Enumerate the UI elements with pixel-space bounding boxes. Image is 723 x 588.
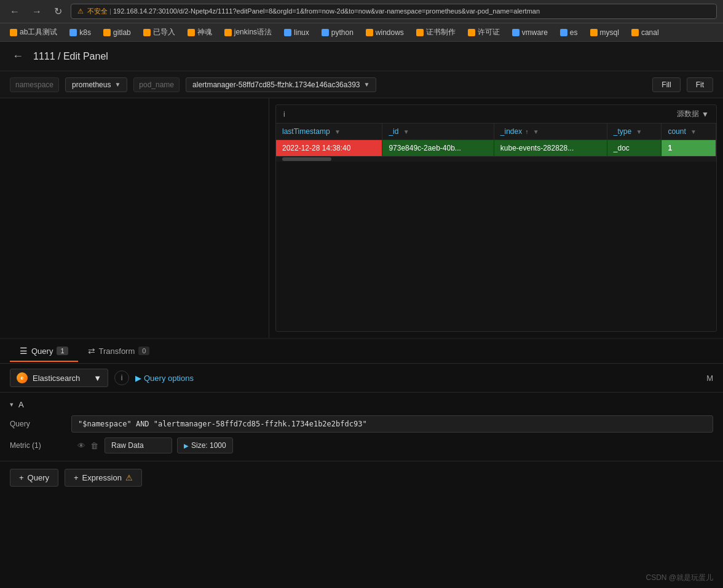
fit-button[interactable]: Fit bbox=[687, 77, 713, 92]
bookmark-linux[interactable]: linux bbox=[279, 27, 314, 38]
bookmark-icon bbox=[284, 29, 291, 36]
query-tabs: ☰ Query 1 ⇄ Transform 0 bbox=[0, 339, 723, 364]
add-expression-label: Expression bbox=[82, 473, 122, 482]
address-bar[interactable]: ⚠ 不安全 | 192.168.14.27:30100/d/2-Npetp4z/… bbox=[71, 4, 717, 19]
viz-letter: i bbox=[283, 110, 285, 119]
tab-query[interactable]: ☰ Query 1 bbox=[10, 341, 78, 362]
browser-toolbar: ← → ↻ ⚠ 不安全 | 192.168.14.27:30100/d/2-Np… bbox=[0, 0, 723, 23]
filter-icon: ▼ bbox=[690, 128, 697, 135]
bookmark-license[interactable]: 许可证 bbox=[463, 26, 505, 39]
bookmark-label: windows bbox=[376, 28, 404, 37]
bookmark-es[interactable]: es bbox=[555, 27, 583, 38]
bookmarks-bar: ab工具测试 k8s gitlab 已导入 神魂 jenkins语法 linux… bbox=[0, 23, 723, 42]
query-options-label: Query options bbox=[144, 374, 194, 383]
bookmark-label: mysql bbox=[600, 28, 619, 37]
namespace-chevron-icon: ▼ bbox=[114, 81, 120, 88]
bookmark-shenhun[interactable]: 神魂 bbox=[183, 26, 217, 39]
filter-icon: ▼ bbox=[636, 128, 642, 135]
col-timestamp[interactable]: lastTimestamp ▼ bbox=[276, 123, 382, 140]
bookmark-ab[interactable]: ab工具测试 bbox=[5, 26, 62, 39]
bookmark-icon bbox=[416, 29, 424, 36]
size-button[interactable]: ▶ Size: 1000 bbox=[177, 437, 233, 453]
datasource-select[interactable]: e Elasticsearch ▼ bbox=[10, 369, 108, 387]
back-button[interactable]: ← bbox=[6, 5, 23, 18]
info-button[interactable]: i bbox=[114, 370, 129, 385]
bookmark-windows[interactable]: windows bbox=[361, 27, 409, 38]
pod-name-value: alertmanager-58ffd7cd85-ffzhk.1734e146ac… bbox=[192, 80, 360, 89]
pod-name-label: pod_name bbox=[133, 77, 180, 92]
bookmark-icon bbox=[69, 29, 77, 36]
bookmark-cert[interactable]: 证书制作 bbox=[411, 26, 460, 39]
tab-transform[interactable]: ⇄ Transform 0 bbox=[78, 341, 160, 362]
metric-type-select[interactable]: Raw Data bbox=[105, 437, 172, 453]
fill-button[interactable]: Fill bbox=[652, 77, 680, 92]
bookmark-canal[interactable]: canal bbox=[626, 27, 664, 38]
bookmark-label: es bbox=[570, 28, 578, 37]
filter-icon: ▼ bbox=[403, 128, 409, 135]
address-text: 不安全 | 192.168.14.27:30100/d/2-Npetp4z/11… bbox=[87, 7, 540, 16]
bookmark-vmware[interactable]: vmware bbox=[507, 27, 553, 38]
scrollbar-thumb bbox=[282, 157, 331, 161]
query-input[interactable] bbox=[71, 415, 713, 433]
query-tab-badge: 1 bbox=[57, 347, 68, 355]
source-chevron-icon: ▼ bbox=[701, 110, 709, 119]
add-query-plus-icon: + bbox=[19, 473, 24, 482]
bookmark-label: jenkins语法 bbox=[234, 27, 272, 37]
refresh-button[interactable]: ↻ bbox=[50, 4, 66, 18]
page-title: 1111 / Edit Panel bbox=[33, 51, 108, 62]
col-type[interactable]: _type ▼ bbox=[607, 123, 662, 140]
metric-delete-button[interactable]: 🗑 bbox=[89, 440, 100, 452]
query-row: Query bbox=[10, 415, 713, 433]
bookmark-icon bbox=[512, 29, 520, 36]
bookmark-k8s[interactable]: k8s bbox=[65, 27, 96, 38]
filter-icon: ▼ bbox=[533, 128, 539, 135]
col-count[interactable]: count ▼ bbox=[662, 123, 716, 140]
table-scrollbar[interactable] bbox=[276, 157, 716, 162]
footer-text: CSDN @就是玩蛋儿 bbox=[646, 573, 713, 582]
metric-type-label: Raw Data bbox=[111, 441, 144, 450]
section-id-label: A bbox=[18, 400, 24, 409]
bookmark-label: vmware bbox=[522, 28, 548, 37]
bookmark-label: 证书制作 bbox=[426, 27, 456, 37]
add-expression-button[interactable]: + Expression ⚠ bbox=[65, 469, 142, 487]
section-header: ▾ A bbox=[10, 400, 713, 409]
bookmark-mysql[interactable]: mysql bbox=[585, 27, 624, 38]
pod-name-dropdown[interactable]: alertmanager-58ffd7cd85-ffzhk.1734e146ac… bbox=[186, 77, 376, 92]
bookmark-label: 神魂 bbox=[197, 27, 212, 37]
back-button[interactable]: ← bbox=[10, 47, 26, 65]
bookmark-label: k8s bbox=[79, 28, 91, 37]
cell-id: 973e849c-2aeb-40b... bbox=[382, 140, 494, 157]
sort-asc-icon: ↑ bbox=[526, 128, 529, 135]
query-section-a: ▾ A Query Metric (1) 👁 🗑 Raw Data ▶ Size… bbox=[0, 393, 723, 461]
pod-name-chevron-icon: ▼ bbox=[363, 81, 369, 88]
bookmark-icon bbox=[468, 29, 475, 36]
viz-source-button[interactable]: 源数据 ▼ bbox=[677, 109, 709, 119]
transform-tab-badge: 0 bbox=[138, 347, 149, 355]
app-header: ← 1111 / Edit Panel bbox=[0, 42, 723, 71]
metric-row: Metric (1) 👁 🗑 Raw Data ▶ Size: 1000 bbox=[10, 437, 713, 453]
col-id[interactable]: _id ▼ bbox=[382, 123, 494, 140]
namespace-label: namespace bbox=[10, 77, 59, 92]
query-options-link[interactable]: ▶ Query options bbox=[135, 374, 194, 383]
bookmark-imported[interactable]: 已导入 bbox=[138, 26, 180, 39]
metric-eye-button[interactable]: 👁 bbox=[76, 440, 87, 452]
bookmark-icon bbox=[590, 29, 598, 36]
collapse-icon[interactable]: ▾ bbox=[10, 401, 14, 409]
cell-index: kube-events-282828... bbox=[494, 140, 607, 157]
footer: CSDN @就是玩蛋儿 bbox=[646, 573, 713, 583]
bookmark-gitlab[interactable]: gitlab bbox=[98, 27, 136, 38]
namespace-dropdown[interactable]: prometheus ▼ bbox=[65, 77, 127, 92]
forward-button[interactable]: → bbox=[28, 5, 45, 18]
bookmark-jenkins[interactable]: jenkins语法 bbox=[219, 26, 277, 39]
query-tab-label: Query bbox=[31, 347, 53, 356]
data-table-wrapper: lastTimestamp ▼ _id ▼ _index ↑ ▼ bbox=[276, 123, 716, 157]
datasource-row: e Elasticsearch ▼ i ▶ Query options M bbox=[0, 364, 723, 393]
add-query-button[interactable]: + Query bbox=[10, 469, 58, 487]
action-row: + Query + Expression ⚠ bbox=[0, 461, 723, 494]
viz-panel: i 源数据 ▼ lastTimestamp ▼ bbox=[269, 98, 723, 338]
col-index[interactable]: _index ↑ ▼ bbox=[494, 123, 607, 140]
expression-warning-icon: ⚠ bbox=[125, 473, 133, 482]
data-table: lastTimestamp ▼ _id ▼ _index ↑ ▼ bbox=[276, 123, 716, 157]
metric-actions: 👁 🗑 bbox=[76, 440, 100, 452]
bookmark-python[interactable]: python bbox=[317, 27, 358, 38]
